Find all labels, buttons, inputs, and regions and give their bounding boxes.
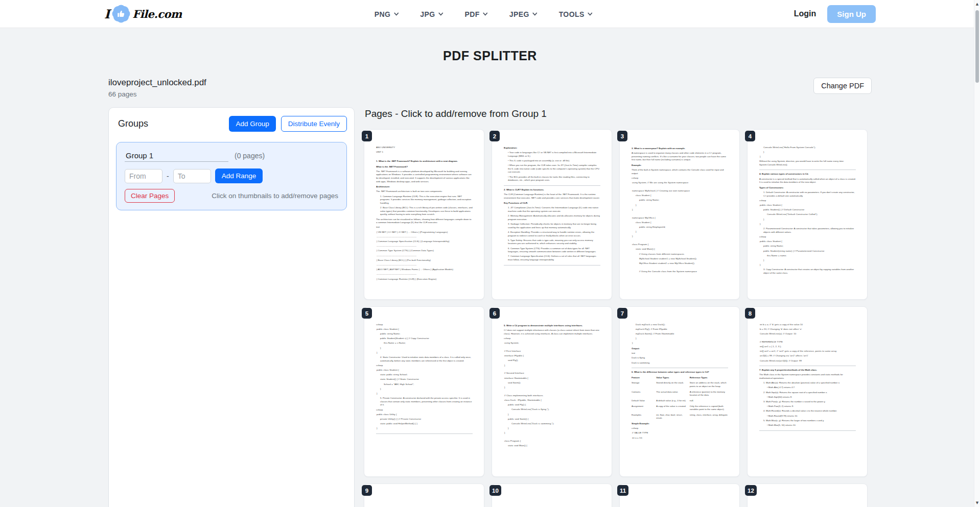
nav-menu-jpeg[interactable]: JPEG (509, 10, 538, 18)
page-text-line: interface IFlyable { (504, 354, 600, 358)
scroll-up-arrow-icon[interactable]: ▲ (974, 2, 980, 6)
page-text-line: • Math.Max(5, 10) returns 10. (767, 424, 856, 427)
page-text-line: Default ValueA default value (e.g., 0 fo… (632, 399, 728, 403)
page-text-line: Think of the built-in System namespace, … (632, 168, 728, 175)
page-thumbnail[interactable]: 5csharppublic class Student {public stri… (364, 306, 484, 477)
page-text-line: } (377, 392, 473, 396)
page-text-line: public class Student { (377, 328, 473, 331)
page-text-line: | Base Class Library (BCL) | (Pre-built … (377, 259, 473, 262)
nav-menu-jpeg-label: JPEG (509, 10, 529, 18)
page-text-line: public class Student { (377, 369, 473, 372)
page-text-line: public class Student { (760, 240, 856, 244)
page-text-line: 7. Explain any 5 properties/methods of t… (759, 369, 856, 372)
page-text-line: static Student() { // Static Constructor (380, 378, 473, 381)
page-text-line: StorageStored directly on the stack.Stor… (632, 381, 728, 388)
page-text-line: Architecture: (376, 185, 473, 189)
page-text-line (376, 433, 473, 434)
page-text-line: int[] arr1 = { 1, 2, 3 }; (760, 345, 856, 349)
page-text-line: void Fly(); (508, 359, 600, 363)
page-text-line: myDuck.Swim(); // From ISwimmable (636, 332, 728, 336)
page-text-line: } (504, 431, 600, 435)
scrollbar-thumb[interactable] (975, 10, 979, 83)
page-number-badge: 9 (362, 485, 372, 496)
page-text-line: class Student { (636, 221, 728, 225)
page-number-badge: 8 (745, 308, 755, 319)
range-to-input[interactable] (173, 169, 211, 183)
change-pdf-button[interactable]: Change PDF (813, 78, 872, 94)
page-text-line (504, 346, 600, 348)
range-from-input[interactable] (125, 169, 162, 183)
page-text-line: } (760, 223, 856, 226)
page-text-line (632, 240, 728, 242)
page-thumbnail[interactable]: 10 (492, 484, 612, 507)
page-text-line: Duck myDuck = new Duck(); (636, 323, 728, 327)
scroll-down-arrow-icon[interactable]: ▼ (974, 501, 980, 505)
page-thumbnail[interactable]: 12 (747, 484, 868, 507)
scrollbar[interactable]: ▲ ▼ (974, 0, 980, 507)
page-text-line: csharp (759, 235, 856, 239)
page-thumbnail[interactable]: 33. What is a namespace? Explain with an… (619, 129, 740, 300)
page-number-badge: 3 (617, 131, 627, 141)
page-thumbnail[interactable]: 9 (364, 484, 484, 507)
page-text-line (632, 213, 728, 215)
page-text-line: } (632, 208, 728, 212)
nav-menu-tools[interactable]: TOOLS (559, 10, 593, 18)
page-text-line: • The BCL provides all the built-in clas… (508, 176, 600, 182)
page-number-badge: 5 (362, 308, 372, 319)
page-text-line: Console.WriteLine("Duck is flying."); (511, 408, 600, 412)
page-text-line: 4. Math.Round(x): Rounds a decimal value… (763, 409, 856, 413)
page-thumbnail[interactable]: 7Duck myDuck = new Duck();myDuck.Fly(); … (619, 306, 740, 477)
page-text-line: 5. Private Constructor: A constructor de… (380, 397, 473, 407)
page-text-line: public string Name; (763, 245, 856, 248)
add-range-button[interactable]: Add Range (215, 168, 263, 183)
page-text-line: } (763, 151, 856, 154)
page-thumbnail[interactable]: 4Console.WriteLine("Hello From System Co… (747, 129, 868, 300)
page-thumbnail[interactable]: 2Explanation:• Your code in languages li… (492, 129, 612, 300)
page-text-line: Console.WriteLine("Duck is swimming."); (511, 422, 600, 426)
clear-pages-button[interactable]: Clear Pages (125, 189, 175, 203)
nav-menu-png[interactable]: PNG (375, 10, 399, 18)
page-text-line: static void Main() { (636, 248, 728, 251)
page-text-line: • This IL code is packaged into an assem… (508, 159, 600, 163)
page-text-line: UNIT 1 (376, 151, 473, 154)
page-text-line: 4. Exception Handling: Provides a struct… (508, 231, 600, 237)
page-thumbnail[interactable]: 1ANO UNIVERSITYUNIT 11. What is the .NET… (364, 129, 484, 300)
group-name-input[interactable] (125, 150, 228, 162)
page-text-line: int b = a; // 'b' gets a copy of the val… (760, 323, 856, 327)
page-text-line: namespace MySchool { // Creating our own… (632, 189, 728, 193)
distribute-evenly-button[interactable]: Distribute Evenly (281, 116, 347, 132)
page-thumbnail[interactable]: 11 (619, 484, 740, 507)
page-text-line: • Math.Pow(3, 2) returns 9. (767, 405, 856, 408)
page-text-line: Console.WriteLine(a); // Output: 10 (760, 332, 856, 336)
page-text-line: 6. What is the difference between value … (632, 371, 728, 374)
page-text-line: ----------------------------------------… (377, 263, 473, 267)
page-text-line: 2. What is CLR? Explain its functions. (504, 188, 600, 192)
page-text-line: MyOffice.Student student2 = new MyOffice… (639, 262, 728, 265)
page-preview (376, 499, 473, 507)
page-thumbnail[interactable]: 65. Write a C# program to demonstrate mu… (492, 306, 612, 477)
page-text-line: } (760, 263, 856, 267)
page-text-line: Duck is flying. (632, 356, 728, 360)
nav-menu-tools-label: TOOLS (559, 10, 585, 18)
chevron-down-icon (588, 12, 593, 16)
page-text-line: csharp (632, 427, 728, 430)
page-text-line: static public void HelperMethod() { } (380, 422, 473, 426)
page-thumbnail[interactable]: 8int b = a; // 'b' gets a copy of the va… (747, 306, 868, 477)
logo[interactable]: I File.com (104, 5, 182, 23)
page-text-line: public Student() { // Default Constructo… (763, 208, 856, 212)
group-card: (0 pages) - Add Range Clear Pages Click … (116, 142, 347, 210)
signup-button[interactable]: Sign Up (827, 5, 876, 23)
page-text-line: using System; // We are using the System… (632, 181, 728, 185)
login-link[interactable]: Login (794, 9, 816, 18)
page-number-badge: 2 (489, 131, 500, 141)
pages-section: Pages - Click to add/remove from Group 1… (364, 107, 872, 507)
logo-text: File.com (132, 8, 182, 20)
page-number-badge: 6 (489, 308, 500, 319)
page-text-line: } (636, 337, 728, 341)
page-text-line: 4. Explain various types of constructors… (759, 173, 856, 176)
add-group-button[interactable]: Add Group (229, 116, 275, 132)
nav-menu-pdf[interactable]: PDF (465, 10, 488, 18)
nav-menu-jpg[interactable]: JPG (420, 10, 443, 18)
page-text-line: private Utility() { } // Private Constru… (380, 418, 473, 421)
range-dash: - (167, 172, 169, 180)
